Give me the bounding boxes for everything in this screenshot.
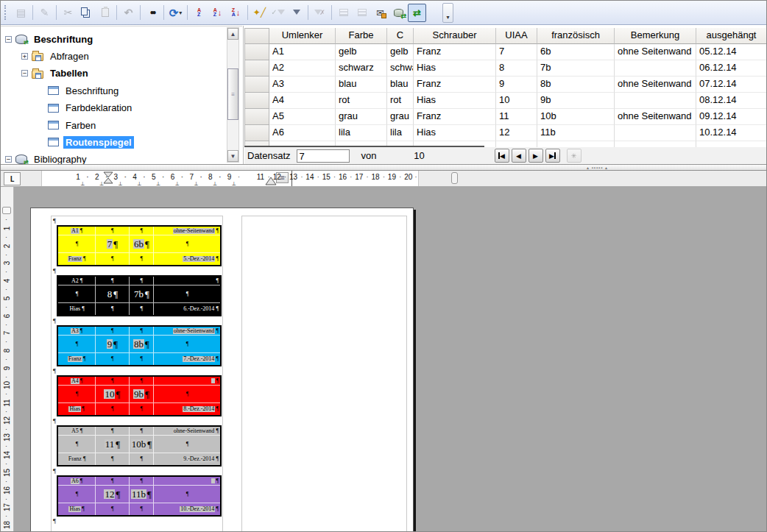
explorer-on-off-button[interactable]: ⇄ <box>408 4 426 22</box>
data-source-of-current-document-button[interactable]: ⇄ <box>389 4 408 22</box>
grid-cell[interactable]: 8b <box>537 77 615 93</box>
tree-item-tabellen[interactable]: −Tabellen <box>21 65 91 82</box>
grid-corner-cell[interactable] <box>244 28 269 44</box>
column-header-französisch[interactable]: französisch <box>537 28 615 44</box>
standard-filter-button[interactable] <box>287 4 305 22</box>
label-column-2[interactable] <box>241 216 407 532</box>
grid-cell[interactable]: blau <box>387 77 414 93</box>
row-header[interactable] <box>244 44 269 60</box>
grid-cell[interactable]: gelb <box>387 44 414 60</box>
label-cell[interactable]: ¶ <box>154 277 220 285</box>
label-cell[interactable]: ¶ <box>154 486 220 503</box>
label-cell[interactable]: 7¶ <box>96 235 129 253</box>
label-cell[interactable]: 6.-Dez.-2014¶ <box>154 303 220 315</box>
label-cell[interactable]: 10b¶ <box>130 436 155 453</box>
label-cell[interactable]: ¶ <box>96 403 129 415</box>
label-cell[interactable]: ¶ <box>96 227 129 235</box>
column-header-Umlenker[interactable]: Umlenker <box>269 28 336 44</box>
tree-item-routenspiegel[interactable]: Routenspiegel <box>38 134 134 150</box>
label-cell[interactable]: Franz¶ <box>58 353 96 365</box>
label-cell[interactable]: Franz¶ <box>58 253 96 265</box>
refresh-button[interactable]: ⟳▾ <box>166 4 185 22</box>
label-cell[interactable]: A4¶ <box>58 377 96 386</box>
label-cell[interactable]: 5.-Dez.-2014¶ <box>154 253 220 265</box>
grid-cell[interactable]: 11b <box>537 125 615 141</box>
label-cell[interactable]: 8.-Dez.-2014¶ <box>154 403 220 415</box>
expander-icon[interactable]: − <box>5 36 12 43</box>
grid-cell[interactable]: A4 <box>269 93 336 109</box>
grid-cell[interactable]: 12 <box>496 125 537 141</box>
grid-cell[interactable] <box>615 125 696 141</box>
grid-cell[interactable]: ohne Seitenwand <box>615 44 696 60</box>
label-cell[interactable]: ohne-Seitenwand¶ <box>154 327 220 336</box>
label-cell[interactable]: ¶ <box>96 327 129 336</box>
grid-cell[interactable]: rot <box>336 93 387 109</box>
label-cell[interactable]: ¶ <box>96 453 129 465</box>
label-cell[interactable]: ¶ <box>154 477 220 486</box>
find-record-button[interactable]: ●● <box>143 4 161 22</box>
label-cell[interactable]: 11b¶ <box>130 486 155 503</box>
grid-cell[interactable]: 10.12.14 <box>696 125 767 141</box>
scroll-up-icon[interactable]: ▲ <box>227 28 238 40</box>
label-cell[interactable]: A3¶ <box>58 327 96 336</box>
grid-cell[interactable]: ohne Seitenwand <box>615 109 696 125</box>
label-cell[interactable]: ¶ <box>130 377 155 386</box>
grid-cell[interactable]: Franz <box>414 44 496 60</box>
expander-icon[interactable]: + <box>21 53 28 60</box>
label-cell[interactable]: Hias¶ <box>58 503 96 515</box>
label-cell[interactable]: 6b¶ <box>130 235 155 253</box>
row-header[interactable] <box>244 125 269 141</box>
vertical-ruler[interactable]: 1··2·3·4·5·6·7·8·9·10·11·12·13·14·15·16·… <box>1 187 14 532</box>
grid-cell[interactable] <box>696 141 767 147</box>
grid-cell[interactable]: 10b <box>537 109 615 125</box>
label-cell[interactable]: ¶ <box>96 477 129 486</box>
label-cell[interactable]: ¶ <box>130 427 155 436</box>
label-cell[interactable]: A2¶ <box>58 277 96 285</box>
label-cell[interactable]: Hias¶ <box>58 403 96 415</box>
scrollbar-thumb[interactable]: ≡ <box>227 68 238 120</box>
row-header[interactable] <box>244 93 269 109</box>
label-cell[interactable]: ¶ <box>96 377 129 386</box>
route-label-a5[interactable]: A5¶¶¶ohne-Seitenwand¶¶11¶10b¶¶Franz¶¶¶9.… <box>57 425 222 467</box>
grid-cell[interactable] <box>615 93 696 109</box>
grid-cell[interactable] <box>615 60 696 77</box>
grid-cell[interactable]: lila <box>387 125 414 141</box>
column-header-ausgehängt[interactable]: ausgehängt <box>696 28 767 44</box>
copy-button[interactable] <box>77 4 96 22</box>
label-cell[interactable]: ¶ <box>130 477 155 486</box>
label-cell[interactable]: ¶ <box>130 303 155 315</box>
label-cell[interactable]: ¶ <box>96 427 129 436</box>
grid-cell[interactable]: 8 <box>496 60 537 77</box>
grid-cell[interactable]: Hias <box>414 125 496 141</box>
dropdown-arrow-icon[interactable]: ▾ <box>179 10 182 16</box>
grid-cell[interactable]: rot <box>387 93 414 109</box>
horizontal-ruler[interactable]: L ≣ 1·⊥2··⊥3··⊥4··⊥5··⊥6··⊥7··⊥8··⊥9··⊥1… <box>1 171 767 187</box>
last-record-button[interactable]: ▶ <box>545 149 560 163</box>
label-cell[interactable]: Hias¶ <box>58 303 96 315</box>
label-cell[interactable]: ¶ <box>58 285 96 303</box>
tree-item-abfragen[interactable]: +Abfragen <box>21 48 91 64</box>
tree-item-beschriftung[interactable]: −Beschriftung <box>5 31 95 47</box>
splitter-grip-icon[interactable]: ▴ ▪▪▪▪▪ ▴ <box>587 165 608 170</box>
column-header-Schrauber[interactable]: Schrauber <box>414 28 496 44</box>
grid-cell[interactable]: 09.12.14 <box>696 109 767 125</box>
label-cell[interactable]: ¶ <box>58 336 96 353</box>
grid-cell[interactable]: 07.12.14 <box>696 77 767 93</box>
label-cell[interactable]: ¶ <box>130 453 155 465</box>
grid-cell[interactable]: 7b <box>537 60 615 77</box>
label-cell[interactable]: ¶ <box>130 503 155 515</box>
document-page[interactable]: ¶A1¶¶¶ohne-Seitenwand¶¶7¶6b¶¶Franz¶¶¶5.-… <box>30 208 414 532</box>
tree-item-bibliography[interactable]: −Bibliography <box>5 152 89 164</box>
grid-cell[interactable]: lila <box>336 125 387 141</box>
grid-cell[interactable]: 11 <box>496 109 537 125</box>
label-cell[interactable]: ¶ <box>154 386 220 403</box>
sort-ascending-button[interactable]: AZ↓ <box>208 4 227 22</box>
route-label-a4[interactable]: A4¶¶¶¶¶10¶9b¶¶Hias¶¶¶8.-Dez.-2014¶ <box>57 375 222 416</box>
tree-scrollbar[interactable]: ▲ ≡ ▼ <box>227 27 239 163</box>
autofilter-button[interactable]: ✦╱ <box>250 4 269 22</box>
grid-cell[interactable]: gelb <box>336 44 387 60</box>
route-label-a3[interactable]: A3¶¶¶ohne-Seitenwand¶¶9¶8b¶¶Franz¶¶¶7.-D… <box>57 325 222 366</box>
label-cell[interactable]: A5¶ <box>58 427 96 436</box>
next-record-button[interactable]: ▶ <box>529 149 543 163</box>
label-cell[interactable]: ¶ <box>96 303 129 315</box>
